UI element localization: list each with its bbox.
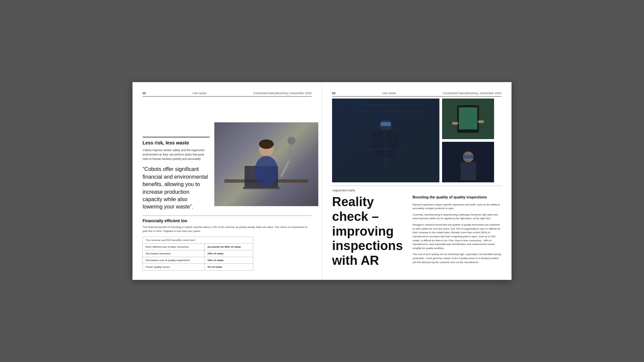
ar-paragraphs: Manual inspections require specific expe… xyxy=(413,203,501,264)
ar-title-block: Reality check – improving inspections wi… xyxy=(332,195,406,268)
left-page-num: 22 xyxy=(143,92,146,95)
roi-row-label: Decreased downtime xyxy=(143,250,205,257)
svg-rect-23 xyxy=(452,122,458,125)
svg-line-6 xyxy=(281,163,288,176)
financially-section: Financially efficient too The financial … xyxy=(143,216,312,270)
right-page-num: 23 xyxy=(332,92,335,95)
page-right: 23 Use cases Connected Manufacturing | N… xyxy=(322,82,512,280)
financially-divider xyxy=(143,216,312,216)
right-page-header: 23 Use cases Connected Manufacturing | N… xyxy=(332,92,501,97)
ar-top-divider xyxy=(332,186,501,186)
left-page-header: 22 Use cases Connected Manufacturing | N… xyxy=(143,92,312,97)
ar-col-title: Boosting the quality of quality inspecti… xyxy=(413,195,501,200)
section-divider xyxy=(143,137,210,137)
ar-section-label: Augmented reality xyxy=(332,189,501,192)
ar-worker-image xyxy=(332,99,439,182)
ar-body-para: Hexagon’s research found that one-quarte… xyxy=(413,223,501,250)
svg-point-4 xyxy=(255,156,278,186)
less-risk-body: Cobots improve worker safety and the erg… xyxy=(143,148,206,161)
cobot-illustration xyxy=(214,122,318,206)
left-page-section: Use cases xyxy=(193,92,207,95)
document-spread: 22 Use cases Connected Manufacturing | N… xyxy=(132,82,512,280)
ar-glasses-image xyxy=(442,142,494,182)
ar-body-para: The cost of poor quality can be extremel… xyxy=(413,252,501,264)
roi-table-header: The revenue and ROI benefits come from: xyxy=(143,237,253,243)
roi-table: The revenue and ROI benefits come from: … xyxy=(143,237,253,270)
tablet-image xyxy=(442,99,494,139)
svg-rect-22 xyxy=(459,107,477,129)
roi-row-value: 3% of value xyxy=(205,263,253,270)
svg-rect-24 xyxy=(478,120,484,123)
right-page-pub: Connected Manufacturing | November 2020 xyxy=(443,92,501,95)
financially-body: The financial benefit of investing in co… xyxy=(143,225,312,233)
ar-body-para: Currently, manufacturing is experiencing… xyxy=(413,213,501,221)
left-page-pub: Connected Manufacturing | November 2020 xyxy=(253,92,312,95)
page-left: 22 Use cases Connected Manufacturing | N… xyxy=(132,82,322,280)
table-row: Decreased downtime19% of value xyxy=(143,250,253,257)
svg-line-5 xyxy=(288,142,291,163)
ar-big-title: Reality check – improving inspections wi… xyxy=(332,195,406,268)
roi-row-value: 10% of value xyxy=(205,257,253,263)
svg-rect-29 xyxy=(442,142,494,182)
table-row: Fewer quality issues3% of value xyxy=(143,263,253,270)
cobot-quote: “Cobots offer significant financial and … xyxy=(143,166,208,210)
roi-row-label: More efficient use of labor resources xyxy=(143,243,205,250)
roi-row-value: 19% of value xyxy=(205,250,253,257)
svg-point-8 xyxy=(259,139,274,149)
cobot-image xyxy=(214,122,318,206)
ar-worker-illustration xyxy=(332,99,439,182)
right-images-top xyxy=(332,99,501,182)
tablet-illustration xyxy=(442,99,494,139)
financially-title: Financially efficient too xyxy=(143,219,312,223)
roi-row-label: Fewer quality issues xyxy=(143,263,205,270)
table-row: More efficient use of labor resourcesAcc… xyxy=(143,243,253,250)
svg-point-7 xyxy=(287,137,296,145)
ar-body-para: Manual inspections require specific expe… xyxy=(413,203,501,210)
roi-row-label: Decreased cost of quality inspections xyxy=(143,257,205,263)
right-small-images xyxy=(442,99,494,182)
ar-right-col: Boosting the quality of quality inspecti… xyxy=(413,195,501,268)
roi-row-value: Accounts for 68% of value xyxy=(205,243,253,250)
ar-article: Reality check – improving inspections wi… xyxy=(332,195,501,268)
table-row: Decreased cost of quality inspections10%… xyxy=(143,257,253,263)
svg-rect-2 xyxy=(243,187,280,189)
ar-glasses-illustration xyxy=(442,142,494,182)
right-page-section: Use cases xyxy=(382,92,396,95)
